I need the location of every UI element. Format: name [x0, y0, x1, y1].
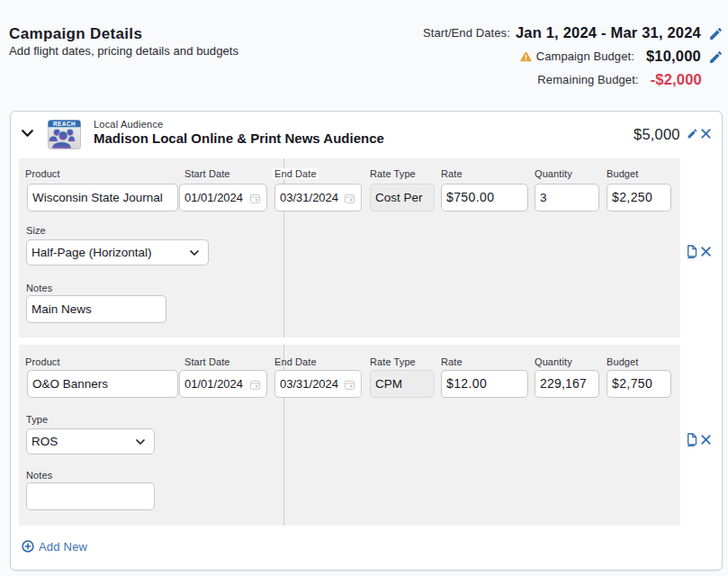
svg-text:REACH: REACH	[53, 121, 76, 127]
